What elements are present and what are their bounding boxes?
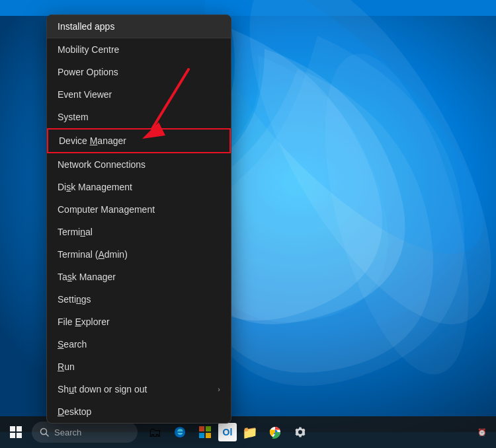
- svg-line-11: [46, 434, 49, 437]
- menu-item-search[interactable]: Search: [47, 333, 231, 355]
- menu-item-shut-down[interactable]: Shut down or sign out ›: [47, 378, 231, 400]
- menu-item-disk-management[interactable]: Disk Management: [47, 176, 231, 198]
- menu-item-device-manager[interactable]: Device Manager: [47, 128, 231, 153]
- system-tray-clock: ⏰: [477, 428, 487, 437]
- svg-rect-7: [17, 426, 22, 431]
- taskbar-app-icons: 🗂 Ol 📁: [143, 420, 312, 444]
- menu-item-terminal[interactable]: Terminal: [47, 221, 231, 243]
- taskbar-icon-file-explorer[interactable]: 🗂: [143, 420, 167, 444]
- taskbar-search-bar[interactable]: Search: [32, 422, 138, 443]
- menu-item-terminal-admin[interactable]: Terminal (Admin): [47, 243, 231, 266]
- svg-rect-14: [199, 433, 204, 438]
- svg-rect-13: [206, 426, 211, 431]
- menu-item-system[interactable]: System: [47, 106, 231, 128]
- menu-item-installed-apps[interactable]: Installed apps: [47, 15, 231, 38]
- menu-item-mobility-centre[interactable]: Mobility Centre: [47, 38, 231, 61]
- menu-item-network-connections[interactable]: Network Connections: [47, 153, 231, 176]
- menu-item-power-options[interactable]: Power Options: [47, 61, 231, 83]
- taskbar-search-label: Search: [54, 428, 81, 437]
- menu-item-computer-management[interactable]: Computer Management: [47, 198, 231, 221]
- menu-item-run[interactable]: Run: [47, 355, 231, 378]
- menu-item-file-explorer[interactable]: File Explorer: [47, 311, 231, 333]
- taskbar-icon-edge[interactable]: [168, 420, 192, 444]
- search-icon: [40, 428, 49, 437]
- svg-rect-6: [10, 426, 15, 431]
- system-tray: ⏰: [477, 428, 491, 437]
- taskbar-icon-chrome[interactable]: [263, 420, 287, 444]
- menu-item-settings[interactable]: Settings: [47, 288, 231, 311]
- taskbar-icon-outlook[interactable]: Ol: [218, 423, 237, 441]
- start-button[interactable]: [5, 422, 26, 443]
- taskbar-icon-store[interactable]: [193, 420, 217, 444]
- taskbar-icon-folder[interactable]: 📁: [238, 420, 262, 444]
- taskbar-icon-settings[interactable]: [288, 420, 312, 444]
- submenu-arrow-icon: ›: [218, 385, 220, 393]
- context-menu: Installed apps Mobility Centre Power Opt…: [46, 15, 231, 424]
- svg-rect-8: [10, 433, 15, 438]
- menu-item-event-viewer[interactable]: Event Viewer: [47, 83, 231, 106]
- menu-item-task-manager[interactable]: Task Manager: [47, 266, 231, 288]
- svg-rect-12: [199, 426, 204, 431]
- svg-rect-9: [17, 433, 22, 438]
- svg-rect-15: [206, 433, 211, 438]
- menu-item-desktop[interactable]: Desktop: [47, 400, 231, 423]
